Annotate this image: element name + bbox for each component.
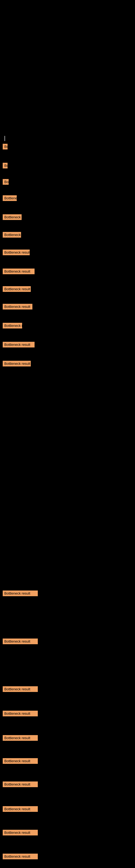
bottleneck-label-3: Bottleneck result bbox=[3, 179, 9, 185]
bottleneck-label-5: Bottleneck result bbox=[3, 214, 21, 220]
page-wrapper: | Bottleneck resultBottleneck resultBott… bbox=[0, 0, 135, 868]
bottleneck-item-21: Bottleneck result bbox=[3, 806, 38, 812]
bottleneck-item-1: Bottleneck result bbox=[3, 144, 8, 151]
bottleneck-label-18: Bottleneck result bbox=[3, 735, 38, 741]
bottleneck-label-17: Bottleneck result bbox=[3, 711, 38, 716]
bottleneck-label-8: Bottleneck result bbox=[3, 269, 35, 274]
bottleneck-item-18: Bottleneck result bbox=[3, 735, 38, 741]
bottleneck-label-15: Bottleneck result bbox=[3, 639, 38, 644]
bottleneck-item-17: Bottleneck result bbox=[3, 711, 38, 716]
bottleneck-label-2: Bottleneck result bbox=[3, 163, 8, 168]
bottleneck-item-14: Bottleneck result bbox=[3, 590, 38, 596]
bottleneck-label-20: Bottleneck result bbox=[3, 781, 38, 787]
bottleneck-label-22: Bottleneck result bbox=[3, 830, 38, 835]
bottleneck-item-16: Bottleneck result bbox=[3, 686, 38, 692]
bottleneck-label-10: Bottleneck result bbox=[3, 304, 32, 310]
bottleneck-label-7: Bottleneck result bbox=[3, 250, 30, 255]
bottleneck-item-6: Bottleneck result bbox=[3, 232, 21, 239]
bottleneck-item-3: Bottleneck result bbox=[3, 179, 9, 186]
bottleneck-item-20: Bottleneck result bbox=[3, 781, 38, 787]
bottleneck-item-4: Bottleneck result bbox=[3, 195, 17, 202]
bottleneck-label-13: Bottleneck result bbox=[3, 361, 31, 367]
bottleneck-item-7: Bottleneck result bbox=[3, 250, 30, 256]
bottleneck-item-13: Bottleneck result bbox=[3, 361, 31, 368]
bottleneck-label-23: Bottleneck result bbox=[3, 854, 38, 859]
bottleneck-item-2: Bottleneck result bbox=[3, 163, 8, 169]
bottleneck-item-22: Bottleneck result bbox=[3, 830, 38, 835]
site-title bbox=[0, 0, 135, 5]
bottleneck-label-1: Bottleneck result bbox=[3, 144, 8, 150]
bottleneck-label-11: Bottleneck result bbox=[3, 323, 22, 329]
bottleneck-label-19: Bottleneck result bbox=[3, 758, 38, 764]
bottleneck-label-6: Bottleneck result bbox=[3, 232, 21, 238]
bottleneck-item-23: Bottleneck result bbox=[3, 854, 38, 859]
bottleneck-label-4: Bottleneck result bbox=[3, 195, 17, 201]
bottleneck-label-16: Bottleneck result bbox=[3, 686, 38, 692]
bottleneck-item-15: Bottleneck result bbox=[3, 639, 38, 644]
bottleneck-label-12: Bottleneck result bbox=[3, 342, 35, 347]
bottleneck-item-8: Bottleneck result bbox=[3, 269, 35, 275]
cursor-indicator: | bbox=[1, 133, 8, 144]
bottleneck-label-9: Bottleneck result bbox=[3, 286, 31, 292]
bottleneck-item-10: Bottleneck result bbox=[3, 304, 32, 311]
bottleneck-item-12: Bottleneck result bbox=[3, 342, 35, 348]
main-content-area bbox=[0, 5, 135, 138]
bottleneck-item-19: Bottleneck result bbox=[3, 758, 38, 764]
bottleneck-item-11: Bottleneck result bbox=[3, 323, 22, 330]
bottleneck-label-14: Bottleneck result bbox=[3, 590, 38, 596]
bottleneck-label-21: Bottleneck result bbox=[3, 806, 38, 812]
bottleneck-item-9: Bottleneck result bbox=[3, 286, 31, 293]
bottleneck-item-5: Bottleneck result bbox=[3, 214, 21, 221]
